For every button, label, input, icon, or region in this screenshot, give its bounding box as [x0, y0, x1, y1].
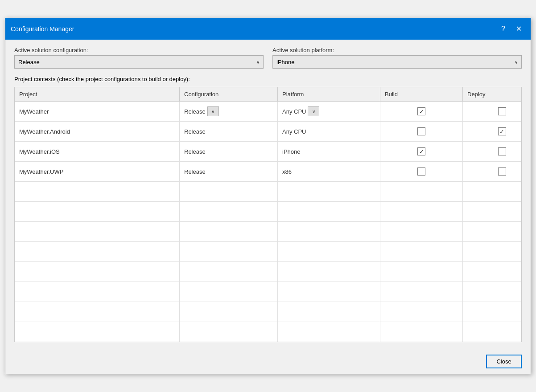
table-row-empty: [15, 242, 521, 262]
build-checkbox[interactable]: [417, 167, 425, 176]
deploy-cell: [463, 142, 536, 161]
table-row-empty: [15, 202, 521, 222]
deploy-cell: [463, 122, 536, 141]
context-label: Project contexts (check the project conf…: [14, 76, 522, 82]
platform-cell: Any CPU: [278, 122, 380, 141]
deploy-checkbox[interactable]: [498, 167, 506, 176]
close-button[interactable]: Close: [486, 355, 522, 368]
title-bar-controls: ? ✕: [498, 24, 525, 34]
config-value: Release: [184, 128, 206, 135]
config-cell: Release: [180, 162, 278, 181]
platform-cell: iPhone: [278, 142, 380, 161]
platform-value: Any CPU: [282, 108, 306, 115]
config-dropdown-btn[interactable]: ∨: [207, 106, 219, 116]
build-cell: [380, 102, 463, 121]
config-cell: Release ∨: [180, 102, 278, 121]
table-row-empty: [15, 322, 521, 342]
table-row-empty: [15, 282, 521, 302]
build-cell: [380, 162, 463, 181]
col-configuration: Configuration: [180, 87, 278, 101]
solution-config-group: Active solution configuration: Release ∨: [14, 47, 264, 69]
table-row: MyWeather.UWP Release x86: [15, 162, 521, 182]
project-name: MyWeather.Android: [15, 122, 180, 141]
build-cell: [380, 142, 463, 161]
config-value: Release: [184, 168, 206, 175]
help-button[interactable]: ?: [498, 24, 509, 34]
title-bar: Configuration Manager ? ✕: [5, 18, 531, 40]
deploy-checkbox[interactable]: [498, 107, 506, 115]
table-header: Project Configuration Platform Build Dep…: [15, 87, 521, 102]
deploy-checkbox[interactable]: [498, 127, 506, 135]
platform-value: Any CPU: [282, 128, 306, 135]
dialog-content: Active solution configuration: Release ∨…: [5, 40, 531, 349]
platform-dropdown-btn[interactable]: ∨: [308, 106, 319, 116]
solution-platform-value: iPhone: [276, 59, 294, 65]
top-row: Active solution configuration: Release ∨…: [14, 47, 522, 69]
table-row: MyWeather Release ∨ Any CPU ∨: [15, 102, 521, 122]
solution-platform-group: Active solution platform: iPhone ∨: [272, 47, 522, 69]
deploy-cell: [463, 162, 536, 181]
solution-config-dropdown[interactable]: Release ∨: [14, 55, 264, 69]
deploy-cell: [463, 102, 536, 121]
platform-value: iPhone: [282, 148, 300, 155]
project-contexts-table: Project Configuration Platform Build Dep…: [14, 87, 522, 342]
solution-config-value: Release: [18, 59, 40, 65]
col-deploy: Deploy: [463, 87, 536, 101]
window-close-button[interactable]: ✕: [512, 24, 525, 34]
config-value: Release: [184, 108, 206, 115]
solution-config-label: Active solution configuration:: [14, 47, 264, 53]
deploy-checkbox[interactable]: [498, 147, 506, 155]
dialog-title: Configuration Manager: [11, 25, 74, 33]
config-value: Release: [184, 148, 206, 155]
solution-config-chevron-icon: ∨: [256, 60, 260, 65]
col-platform: Platform: [278, 87, 380, 101]
col-build: Build: [380, 87, 463, 101]
table-row-empty: [15, 262, 521, 282]
col-project: Project: [15, 87, 180, 101]
table-row: MyWeather.Android Release Any CPU: [15, 122, 521, 142]
config-cell: Release: [180, 122, 278, 141]
platform-cell: Any CPU ∨: [278, 102, 380, 121]
platform-inline-dropdown: Any CPU ∨: [282, 106, 319, 116]
solution-platform-dropdown[interactable]: iPhone ∨: [272, 55, 522, 69]
config-cell: Release: [180, 142, 278, 161]
project-name: MyWeather: [15, 102, 180, 121]
table-row-empty: [15, 222, 521, 242]
platform-value: x86: [282, 168, 292, 175]
build-checkbox[interactable]: [417, 147, 425, 155]
dialog-footer: Close: [5, 349, 531, 374]
configuration-manager-dialog: Configuration Manager ? ✕ Active solutio…: [5, 18, 531, 374]
project-name: MyWeather.UWP: [15, 162, 180, 181]
table-row-empty: [15, 182, 521, 202]
title-bar-left: Configuration Manager: [11, 25, 74, 33]
solution-platform-label: Active solution platform:: [272, 47, 522, 53]
config-inline-dropdown: Release ∨: [184, 106, 219, 116]
build-cell: [380, 122, 463, 141]
build-checkbox[interactable]: [417, 107, 425, 115]
table-row-empty: [15, 302, 521, 322]
solution-platform-chevron-icon: ∨: [515, 60, 518, 65]
platform-cell: x86: [278, 162, 380, 181]
project-name: MyWeather.iOS: [15, 142, 180, 161]
table-row: MyWeather.iOS Release iPhone: [15, 142, 521, 162]
build-checkbox[interactable]: [417, 127, 425, 135]
